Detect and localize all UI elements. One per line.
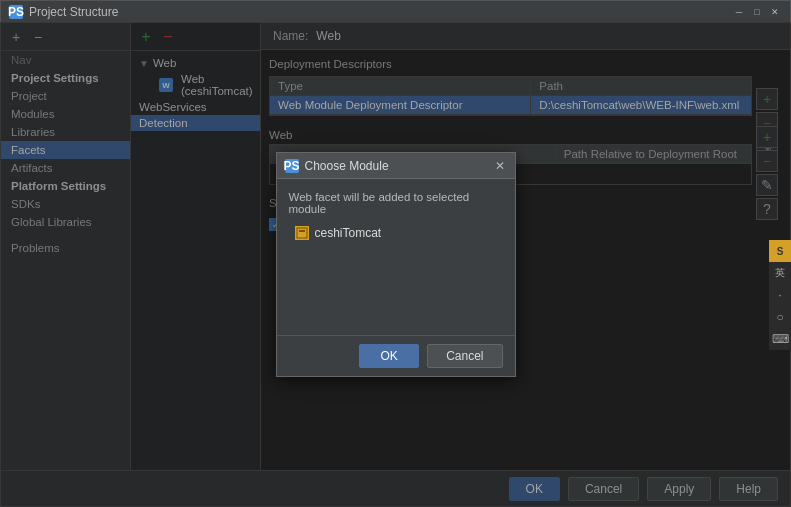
input-badge: ⌨ [769, 328, 791, 350]
modal-description: Web facet will be added to selected modu… [289, 191, 503, 215]
svg-rect-1 [299, 230, 305, 232]
choose-module-modal: PS Choose Module ✕ Web facet will be add… [276, 152, 516, 377]
module-list-item[interactable]: ceshiTomcat [289, 223, 503, 243]
modal-footer: OK Cancel [277, 335, 515, 376]
modal-ok-button[interactable]: OK [359, 344, 419, 368]
module-name: ceshiTomcat [315, 226, 382, 240]
modal-cancel-button[interactable]: Cancel [427, 344, 502, 368]
window-icon: PS [9, 5, 23, 19]
modal-close-button[interactable]: ✕ [493, 159, 507, 173]
close-button[interactable]: ✕ [768, 5, 782, 19]
s-badge: S [769, 240, 791, 262]
window-controls: ─ □ ✕ [732, 5, 782, 19]
modal-title: Choose Module [305, 159, 493, 173]
dot-badge: · [769, 284, 791, 306]
right-edge-overlay: S 英 · ○ ⌨ [769, 240, 791, 350]
maximize-button[interactable]: □ [750, 5, 764, 19]
window-title: Project Structure [29, 5, 732, 19]
title-bar: PS Project Structure ─ □ ✕ [1, 1, 790, 23]
modal-spacer [289, 243, 503, 323]
modal-overlay: PS Choose Module ✕ Web facet will be add… [0, 22, 791, 507]
modal-icon: PS [285, 159, 299, 173]
svg-rect-0 [297, 228, 307, 238]
module-icon [295, 226, 309, 240]
circle-badge: ○ [769, 306, 791, 328]
en-badge: 英 [769, 262, 791, 284]
modal-body: Web facet will be added to selected modu… [277, 179, 515, 335]
modal-title-bar: PS Choose Module ✕ [277, 153, 515, 179]
minimize-button[interactable]: ─ [732, 5, 746, 19]
